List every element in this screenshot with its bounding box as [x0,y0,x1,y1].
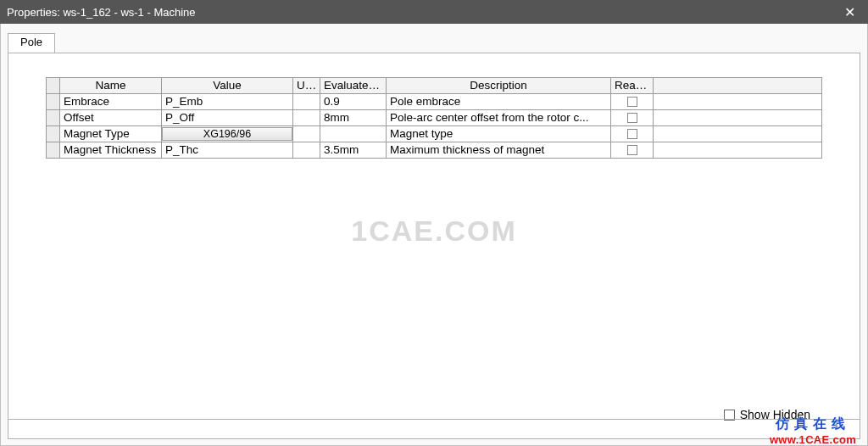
grid-header-readonly[interactable]: Read-o... [611,78,654,94]
grid-header-rownum[interactable] [47,78,60,94]
close-icon: ✕ [844,4,855,20]
cell-readonly[interactable] [611,110,654,126]
cell-evaluated: 0.9 [320,94,387,110]
grid-header-row: Name Value Unit Evaluated... Description… [47,78,822,94]
separator-line [8,419,860,420]
row-header-cell[interactable] [47,142,60,159]
row-header-cell[interactable] [47,126,60,142]
cell-description[interactable]: Maximum thickness of magnet [387,142,611,159]
cell-name[interactable]: Magnet Type [60,126,162,142]
tab-panel: Name Value Unit Evaluated... Description… [8,53,860,439]
readonly-checkbox[interactable] [627,129,637,139]
readonly-checkbox[interactable] [627,97,637,107]
table-row: OffsetP_Off8mmPole-arc center offset fro… [47,110,822,126]
dialog-client-area: Pole Name Value Unit Evaluated... [0,24,868,446]
tab-strip: Pole [8,32,867,53]
cell-pad [654,142,822,159]
tab-pole[interactable]: Pole [8,33,55,53]
cell-evaluated [320,126,387,142]
row-header-cell[interactable] [47,94,60,110]
table-row: EmbraceP_Emb0.9Pole embrace [47,94,822,110]
table-row: Magnet TypeXG196/96Magnet type [47,126,822,142]
cell-description[interactable]: Magnet type [387,126,611,142]
cell-name[interactable]: Offset [60,110,162,126]
cell-unit[interactable] [293,142,320,159]
cell-pad [654,94,822,110]
tab-pole-label: Pole [20,36,42,48]
cell-name[interactable]: Embrace [60,94,162,110]
cell-evaluated: 8mm [320,110,387,126]
window-close-button[interactable]: ✕ [831,0,868,24]
grid-header-value[interactable]: Value [162,78,293,94]
properties-grid-wrap: Name Value Unit Evaluated... Description… [46,77,822,159]
title-bar: Properties: ws-1_162 - ws-1 - Machine ✕ [0,0,868,24]
cell-unit[interactable] [293,110,320,126]
value-picker-button[interactable]: XG196/96 [162,127,292,141]
properties-grid: Name Value Unit Evaluated... Description… [46,77,822,159]
cell-pad [654,110,822,126]
watermark-center: 1CAE.COM [351,214,516,247]
cell-value[interactable]: P_Off [162,110,293,126]
cell-unit[interactable] [293,126,320,142]
cell-description[interactable]: Pole embrace [387,94,611,110]
readonly-checkbox[interactable] [627,145,637,155]
cell-value[interactable]: XG196/96 [162,126,293,142]
readonly-checkbox[interactable] [627,113,637,123]
cell-value[interactable]: P_Emb [162,94,293,110]
grid-header-evaluated[interactable]: Evaluated... [320,78,387,94]
cell-pad [654,126,822,142]
cell-evaluated: 3.5mm [320,142,387,159]
window-title: Properties: ws-1_162 - ws-1 - Machine [7,6,831,19]
cell-name[interactable]: Magnet Thickness [60,142,162,159]
cell-value[interactable]: P_Thc [162,142,293,159]
cell-description[interactable]: Pole-arc center offset from the rotor c.… [387,110,611,126]
grid-header-description[interactable]: Description [387,78,611,94]
row-header-cell[interactable] [47,110,60,126]
grid-header-name[interactable]: Name [60,78,162,94]
cell-readonly[interactable] [611,126,654,142]
cell-readonly[interactable] [611,142,654,159]
cell-unit[interactable] [293,94,320,110]
grid-header-pad [654,78,822,94]
table-row: Magnet ThicknessP_Thc3.5mmMaximum thickn… [47,142,822,159]
cell-readonly[interactable] [611,94,654,110]
grid-header-unit[interactable]: Unit [293,78,320,94]
